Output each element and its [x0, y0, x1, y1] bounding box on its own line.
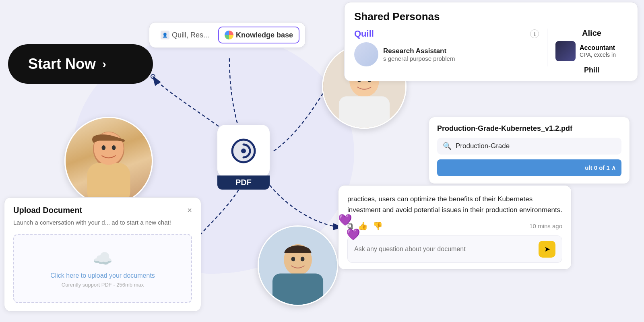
upload-title: Upload Document [13, 206, 82, 215]
send-icon: ➤ [544, 245, 550, 254]
upload-panel: Upload Document × Launch a conversation … [4, 197, 201, 312]
chat-actions-row: ⧉ 👍 👎 10 mins ago [347, 221, 562, 231]
svg-rect-15 [339, 96, 390, 128]
chat-input[interactable] [354, 246, 535, 253]
hearts-decoration: 💜 💜 [338, 213, 360, 241]
close-button[interactable]: × [187, 206, 192, 215]
person-photo-man2-bg [259, 227, 337, 305]
kb-result-bar: ult 0 of 1 ∧ [437, 159, 621, 176]
svg-point-18 [291, 257, 295, 262]
phill-name: Phill [555, 66, 628, 74]
upload-subtitle: Launch a conversation with your d... ad … [13, 218, 192, 227]
svg-point-19 [301, 257, 305, 262]
heart-1: 💜 [338, 213, 360, 227]
tabs-bar: 👤 Quill, Res... Knowledge base [149, 22, 305, 48]
svg-point-9 [101, 145, 105, 150]
start-now-label: Start Now [28, 56, 96, 72]
tab-knowledge-base[interactable]: Knowledge base [218, 27, 299, 43]
kb-search-input[interactable] [456, 142, 616, 150]
kb-filename: Production-Grade-Kubernetes_v1.2.pdf [437, 124, 621, 133]
kb-result-text: ult 0 of 1 ∧ [585, 164, 616, 171]
kb-panel: Production-Grade-Kubernetes_v1.2.pdf 🔍 u… [429, 117, 630, 184]
quill-tab-label: Quill, Res... [172, 31, 209, 39]
knowledge-base-icon [225, 31, 233, 39]
alice-photo [555, 41, 576, 61]
alice-row: Accountant CPA, excels in [555, 41, 628, 61]
quill-persona: Quill ℹ Research Assistant s general pur… [354, 29, 547, 66]
pdf-logo-svg [231, 138, 256, 164]
svg-rect-20 [272, 273, 323, 305]
upload-drop-area[interactable]: ☁️ Click here to upload your documents C… [13, 234, 192, 303]
chat-time: 10 mins ago [529, 223, 562, 229]
upload-support-text: Curently support PDF - 256mb max [22, 282, 183, 288]
upload-click-text: Click here to upload your documents [22, 272, 183, 279]
quill-persona-name: Quill [354, 29, 374, 39]
svg-point-4 [241, 149, 246, 153]
alice-persona-name: Alice [555, 29, 628, 38]
tab-quill[interactable]: 👤 Quill, Res... [155, 27, 215, 43]
svg-point-10 [112, 145, 116, 150]
pdf-center: PDF [217, 125, 270, 190]
alice-text: Accountant CPA, excels in [580, 44, 616, 58]
send-button[interactable]: ➤ [539, 241, 555, 258]
person-photo-man1-bg [66, 118, 152, 204]
quill-photo-placeholder [354, 42, 378, 66]
quill-info-icon[interactable]: ℹ [530, 29, 539, 38]
quill-tab-icon: 👤 [161, 31, 169, 39]
alice-persona: Alice Accountant CPA, excels in Phill [555, 29, 628, 74]
quill-role: Research Assistant [383, 47, 539, 55]
alice-detail: CPA, excels in [580, 52, 616, 58]
start-now-button[interactable]: Start Now › [8, 44, 153, 84]
alice-role: Accountant [580, 44, 616, 52]
chat-message-text: practices, users can optimize the benefi… [347, 194, 562, 215]
personas-row: Quill ℹ Research Assistant s general pur… [354, 29, 628, 74]
person-photo-man2 [258, 225, 338, 306]
quill-detail: s general purpose problem [383, 55, 539, 62]
chat-panel: practices, users can optimize the benefi… [338, 185, 572, 270]
search-icon: 🔍 [443, 142, 452, 151]
quill-name-row: Quill ℹ [354, 29, 539, 39]
pdf-label: PDF [217, 175, 270, 190]
shared-personas-title: Shared Personas [354, 10, 628, 23]
kb-search-row[interactable]: 🔍 [437, 138, 621, 155]
heart-2: 💜 [346, 228, 360, 242]
quill-desc: Research Assistant s general purpose pro… [383, 47, 539, 62]
thumbdown-icon[interactable]: 👎 [373, 221, 383, 231]
person-photo-man1 [64, 117, 153, 205]
shared-personas-panel: Shared Personas Quill ℹ Research Assista… [344, 2, 638, 81]
chat-input-row[interactable]: ➤ [347, 235, 562, 263]
upload-header: Upload Document × [13, 206, 192, 215]
kb-tab-label: Knowledge base [236, 31, 293, 39]
quill-photo [354, 42, 378, 66]
start-now-arrow: › [102, 57, 106, 71]
quill-sub-row: Research Assistant s general purpose pro… [354, 42, 539, 66]
pdf-icon-box [217, 125, 270, 177]
cloud-upload-icon: ☁️ [22, 249, 183, 268]
